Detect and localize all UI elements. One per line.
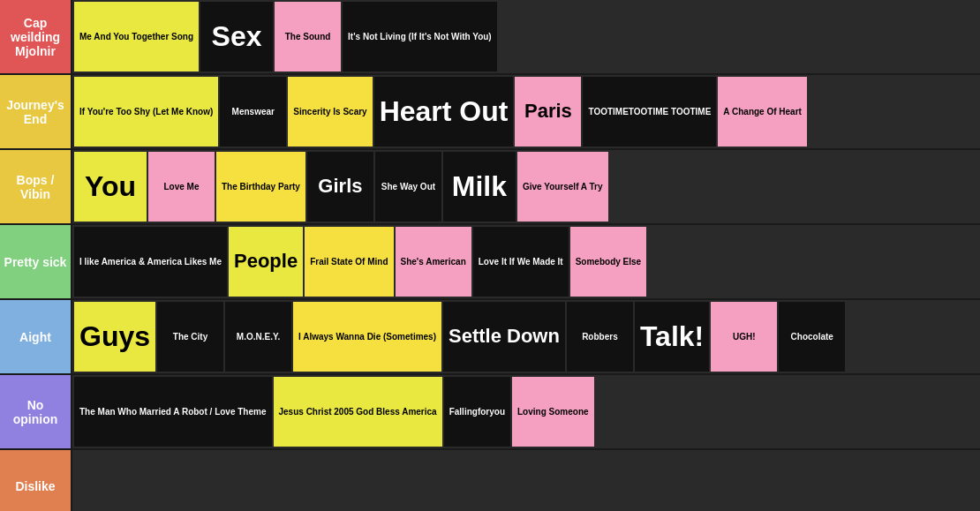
- tier-item: Menswear: [220, 77, 286, 147]
- tier-item: I Always Wanna Die (Sometimes): [293, 302, 441, 372]
- tier-list: Cap weilding MjolnirMe And You Together …: [0, 0, 980, 511]
- tier-item: Paris: [515, 77, 581, 147]
- tier-label: Aight: [0, 300, 72, 373]
- tier-item: Me And You Together Song: [74, 2, 199, 71]
- tier-label: Bops / Vibin: [0, 150, 72, 223]
- tier-item: Give Yourself A Try: [517, 152, 608, 222]
- tier-item: I like America & America Likes Me: [74, 227, 227, 297]
- tier-item: Frail State Of Mind: [305, 227, 393, 297]
- tier-item: Girls: [307, 152, 373, 222]
- tier-row: Journey's EndIf You're Too Shy (Let Me K…: [0, 75, 980, 150]
- tier-item: Fallingforyou: [444, 377, 510, 447]
- tier-item: The City: [157, 302, 223, 372]
- tier-item: A Change Of Heart: [718, 77, 807, 147]
- tier-item: M.O.N.E.Y.: [225, 302, 291, 372]
- tier-row: Bops / VibinYouLove MeThe Birthday Party…: [0, 150, 980, 225]
- tier-items: GuysThe CityM.O.N.E.Y.I Always Wanna Die…: [72, 300, 980, 373]
- tier-item: If You're Too Shy (Let Me Know): [74, 77, 218, 147]
- tier-item: She's American: [396, 227, 471, 297]
- tier-row: Dislike: [0, 450, 980, 511]
- tier-label: Journey's End: [0, 75, 72, 148]
- tier-label: Cap weilding Mjolnir: [0, 0, 72, 73]
- tier-item: Sincerity Is Scary: [288, 77, 372, 147]
- tier-item: Milk: [443, 152, 516, 222]
- tier-items: YouLove MeThe Birthday PartyGirlsShe Way…: [72, 150, 980, 223]
- tier-row: Cap weilding MjolnirMe And You Together …: [0, 0, 980, 75]
- tier-label: No opinion: [0, 375, 72, 448]
- tier-label: Pretty sick: [0, 225, 72, 298]
- tier-item: You: [74, 152, 147, 222]
- tier-row: AightGuysThe CityM.O.N.E.Y.I Always Wann…: [0, 300, 980, 375]
- tier-item: It's Not Living (If It's Not With You): [343, 2, 497, 71]
- tier-items: Me And You Together SongSexThe SoundIt's…: [72, 0, 980, 73]
- tier-item: The Man Who Married A Robot / Love Theme: [74, 377, 272, 447]
- tier-item: Sex: [200, 2, 273, 71]
- tier-item: Loving Someone: [512, 377, 594, 447]
- tier-item: She Way Out: [375, 152, 441, 222]
- tier-items: I like America & America Likes MePeopleF…: [72, 225, 980, 298]
- tier-row: Pretty sickI like America & America Like…: [0, 225, 980, 300]
- tier-item: Love Me: [148, 152, 215, 222]
- tier-items: If You're Too Shy (Let Me Know)MenswearS…: [72, 75, 980, 148]
- tier-items: The Man Who Married A Robot / Love Theme…: [72, 375, 980, 448]
- tier-item: Love It If We Made It: [473, 227, 569, 297]
- tier-row: No opinionThe Man Who Married A Robot / …: [0, 375, 980, 450]
- tier-item: Heart Out: [374, 77, 514, 147]
- tier-item: UGH!: [711, 302, 777, 372]
- tier-item: Chocolate: [779, 302, 845, 372]
- tier-item: People: [229, 227, 303, 297]
- tier-item: Settle Down: [443, 302, 565, 372]
- tier-item: The Sound: [275, 2, 341, 71]
- tier-label: Dislike: [0, 450, 72, 511]
- tier-item: Jesus Christ 2005 God Bless America: [274, 377, 442, 447]
- tier-items: [72, 450, 980, 511]
- tier-item: Robbers: [567, 302, 633, 372]
- tier-item: TOOTIMETOOTIME TOOTIME: [583, 77, 716, 147]
- tier-item: Guys: [74, 302, 155, 372]
- tier-item: Talk!: [635, 302, 709, 372]
- tier-item: The Birthday Party: [216, 152, 305, 222]
- tier-item: Somebody Else: [570, 227, 646, 297]
